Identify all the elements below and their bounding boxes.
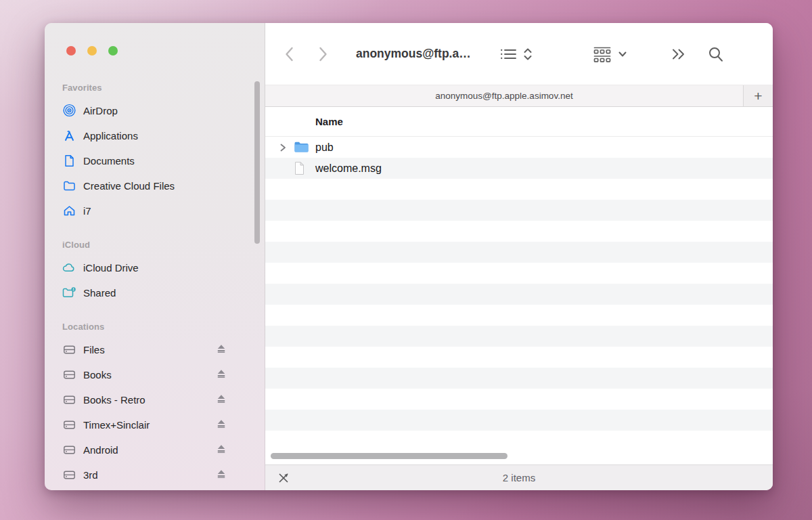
new-tab-button[interactable]: +	[743, 85, 773, 106]
file-list: pub welcome.msg	[265, 137, 773, 447]
minimize-button[interactable]	[87, 46, 97, 56]
file-row[interactable]: welcome.msg	[265, 158, 773, 179]
toolbar: anonymous@ftp.a…	[265, 23, 773, 85]
tab-bar: anonymous@ftp.apple.asimov.net +	[265, 85, 773, 107]
main-pane: anonymous@ftp.a…	[265, 23, 773, 490]
list-view-icon	[499, 47, 517, 62]
sidebar-section-favorites: Favorites AirDrop Applications Documents…	[61, 83, 265, 223]
folder-outline-icon	[61, 179, 77, 193]
sidebar-item-label: Documents	[83, 155, 135, 167]
sidebar-item-timex-sinclair[interactable]: Timex+Sinclair	[61, 412, 265, 437]
item-count: 2 items	[265, 472, 773, 483]
eject-button[interactable]	[216, 443, 227, 457]
disk-icon	[61, 468, 77, 482]
shared-folder-icon	[61, 286, 77, 300]
disconnect-button[interactable]	[277, 472, 290, 484]
sidebar-item-applications[interactable]: Applications	[61, 123, 265, 148]
file-name: pub	[315, 142, 334, 154]
sidebar-item-label: i7	[83, 205, 91, 217]
close-button[interactable]	[66, 46, 76, 56]
sidebar-item-i7[interactable]: i7	[61, 198, 265, 223]
sidebar-item-documents[interactable]: Documents	[61, 148, 265, 173]
sidebar-item-books[interactable]: Books	[61, 362, 265, 387]
disk-icon	[61, 343, 77, 357]
sidebar-item-label: Applications	[83, 130, 138, 142]
eject-icon	[216, 443, 227, 457]
eject-icon	[216, 368, 227, 382]
disclosure-chevron-icon[interactable]	[279, 143, 288, 152]
eject-icon	[216, 418, 227, 432]
sidebar-item-icloud-drive[interactable]: iCloud Drive	[61, 255, 265, 280]
horizontal-scrollbar-track[interactable]	[265, 447, 773, 464]
eject-button[interactable]	[216, 418, 227, 432]
sidebar-item-label: iCloud Drive	[83, 262, 139, 274]
chevron-down-icon	[618, 51, 627, 58]
disk-icon	[61, 418, 77, 432]
toolbar-overflow-button[interactable]	[671, 47, 687, 61]
disk-icon	[61, 393, 77, 407]
sidebar-section-title: iCloud	[62, 240, 265, 250]
sort-chevrons-icon	[522, 46, 533, 62]
sidebar-item-airdrop[interactable]: AirDrop	[61, 98, 265, 123]
sidebar-item-3rd[interactable]: 3rd	[61, 462, 265, 488]
applications-icon	[61, 129, 77, 143]
forward-button[interactable]	[315, 45, 330, 63]
finder-window: Favorites AirDrop Applications Documents…	[45, 23, 773, 490]
sidebar-item-label: Books - Retro	[83, 394, 145, 406]
group-grid-icon	[593, 45, 612, 63]
sidebar-item-label: Files	[83, 344, 105, 355]
sidebar-nav: Favorites AirDrop Applications Documents…	[45, 56, 265, 488]
icloud-icon	[61, 261, 77, 275]
sidebar-item-label: 3rd	[83, 469, 98, 481]
group-by-button[interactable]	[593, 45, 627, 63]
home-icon	[61, 204, 77, 218]
chevron-left-icon	[286, 48, 292, 60]
sidebar-item-android[interactable]: Android	[61, 437, 265, 462]
sidebar-section-title: Locations	[62, 322, 265, 332]
sidebar-item-label: AirDrop	[83, 105, 118, 116]
sidebar-item-shared[interactable]: Shared	[61, 280, 265, 305]
file-icon	[294, 161, 305, 175]
eject-button[interactable]	[216, 393, 227, 407]
sidebar-section-locations: Locations Files Books Books - Retro Time…	[61, 322, 265, 488]
status-bar: 2 items	[265, 464, 773, 490]
chevron-right-icon	[320, 48, 325, 60]
sidebar-item-creative-cloud-files[interactable]: Creative Cloud Files	[61, 173, 265, 198]
sidebar-section-title: Favorites	[62, 83, 265, 93]
file-name: welcome.msg	[315, 162, 382, 175]
sidebar-scrollbar[interactable]	[254, 81, 260, 244]
eject-button[interactable]	[216, 343, 227, 357]
search-button[interactable]	[707, 45, 725, 63]
sidebar-item-label: Creative Cloud Files	[83, 180, 175, 192]
sidebar-item-label: Shared	[83, 287, 116, 299]
documents-icon	[61, 154, 77, 168]
disk-icon	[61, 443, 77, 457]
traffic-lights	[45, 23, 265, 56]
window-title: anonymous@ftp.a…	[356, 47, 471, 61]
tab-active[interactable]: anonymous@ftp.apple.asimov.net	[265, 85, 743, 106]
eject-icon	[216, 469, 227, 482]
sidebar-item-books-retro[interactable]: Books - Retro	[61, 387, 265, 412]
column-header-name[interactable]: Name	[265, 116, 343, 127]
column-header[interactable]: Name	[265, 107, 773, 137]
horizontal-scrollbar-thumb[interactable]	[271, 453, 508, 459]
double-chevron-icon	[671, 47, 687, 61]
eject-button[interactable]	[216, 469, 227, 482]
back-button[interactable]	[281, 45, 296, 63]
sidebar-item-files[interactable]: Files	[61, 337, 265, 362]
folder-icon	[294, 141, 309, 154]
file-row[interactable]: pub	[265, 137, 773, 158]
view-switcher-button[interactable]	[499, 46, 533, 62]
disk-icon	[61, 368, 77, 382]
zoom-button[interactable]	[108, 46, 118, 56]
sidebar-item-label: Books	[83, 369, 112, 381]
eject-icon	[216, 393, 227, 407]
search-icon	[707, 45, 725, 63]
sidebar-item-label: Android	[83, 444, 118, 456]
sidebar-item-label: Timex+Sinclair	[83, 419, 150, 431]
sidebar-section-icloud: iCloud iCloud Drive Shared	[61, 240, 265, 305]
sidebar: Favorites AirDrop Applications Documents…	[45, 23, 265, 490]
airdrop-icon	[61, 104, 77, 118]
eject-button[interactable]	[216, 368, 227, 382]
eject-icon	[216, 343, 227, 357]
